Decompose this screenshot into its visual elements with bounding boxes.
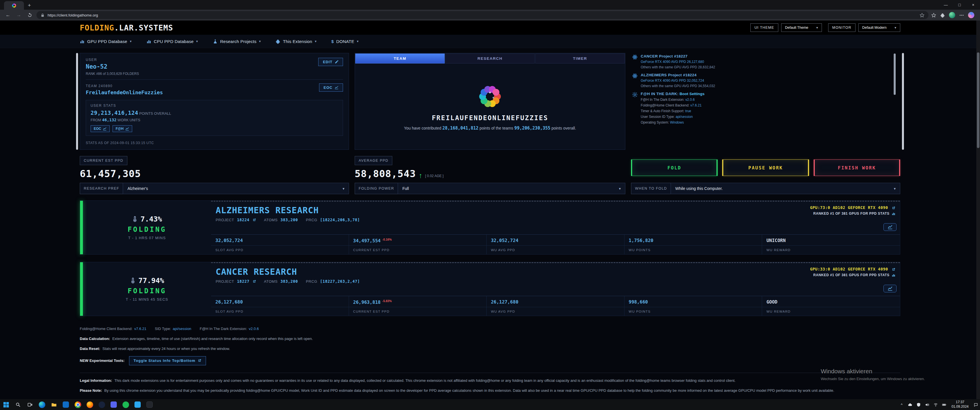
taskbar-steam-icon[interactable] — [96, 399, 108, 410]
flask-icon — [213, 39, 218, 44]
eoc-stats-button[interactable]: EOC — [319, 83, 343, 92]
others-avg-ppd-line: Others with the same GPU AVG PPD 28,632,… — [641, 65, 715, 69]
nav-donate[interactable]: $ DONATE ▾ — [331, 39, 359, 44]
research-pref-select[interactable]: Alzheimer's ▾ — [123, 183, 349, 194]
slot-status-block: 77.94% FOLDING T - 11 MINS 45 SECS — [83, 262, 211, 316]
window-minimize-button[interactable]: — — [939, 0, 953, 10]
copilot-icon[interactable] — [968, 12, 974, 18]
project-title[interactable]: CANCER Project #18227 — [641, 54, 715, 58]
extensions-puzzle-icon[interactable] — [940, 13, 945, 17]
edit-user-button[interactable]: EDIT — [318, 58, 343, 66]
external-link-icon[interactable] — [892, 206, 896, 210]
taskbar-clock[interactable]: 17:37 01.09.2024 — [949, 400, 972, 409]
favorites-star-icon[interactable] — [931, 13, 936, 17]
column-label: WU POINTS — [624, 245, 762, 254]
network-wifi-icon[interactable] — [932, 399, 940, 410]
toggle-status-info-button[interactable]: Toggle Status Info Top/Bottom — [129, 356, 206, 366]
taskbar-vscode-icon[interactable] — [132, 399, 143, 410]
taskbar-file-explorer-icon[interactable] — [48, 399, 60, 410]
ppd-delta: -0.16% — [382, 238, 392, 241]
nav-research-projects[interactable]: Research Projects ▾ — [213, 39, 261, 44]
user-rank: RANK #86 of 3,003,629 FOLDERS — [86, 72, 139, 76]
external-link-icon — [198, 359, 201, 362]
project-title[interactable]: ALZHEIMERS Project #18224 — [641, 73, 715, 77]
window-maximize-button[interactable]: □ — [953, 0, 966, 10]
data-reset-line: Data Reset:Stats will reset approximatel… — [80, 346, 900, 352]
page-scrollbar-thumb[interactable] — [977, 52, 980, 148]
taskbar-search-button[interactable] — [12, 399, 24, 410]
research-card-cancer: 77.94% FOLDING T - 11 MINS 45 SECS CANCE… — [80, 262, 900, 316]
chart-icon — [125, 127, 129, 131]
browser-menu-dots-icon[interactable] — [959, 13, 964, 17]
chevron-down-icon: ▾ — [342, 186, 344, 191]
finish-work-button[interactable]: FINISH WORK — [814, 159, 900, 176]
info-panel-scrollbar[interactable] — [894, 54, 896, 95]
start-button[interactable] — [0, 399, 12, 410]
average-ppd-label: AVERAGE PPD — [355, 156, 392, 165]
pause-work-button[interactable]: PAUSE WORK — [722, 159, 809, 176]
page-scrollbar — [976, 21, 980, 399]
stats-icon[interactable] — [892, 212, 896, 216]
browser-refresh-button[interactable] — [25, 11, 33, 19]
nav-gpu-ppd-database[interactable]: GPU PPD Database ▾ — [80, 39, 132, 44]
taskbar-edge-icon[interactable] — [36, 399, 48, 410]
boot-settings-link[interactable]: Boot Settings — [679, 92, 705, 96]
eoc-user-stats-button[interactable]: EOC — [91, 125, 110, 132]
folding-power-select[interactable]: Full ▾ — [398, 183, 625, 194]
info-item-extension: F@H IN THE DARK: Boot Settings F@H In Th… — [632, 92, 889, 124]
new-tab-button[interactable]: + — [25, 1, 33, 10]
nav-this-extension[interactable]: This Extension ▾ — [275, 39, 317, 44]
task-view-button[interactable] — [24, 399, 36, 410]
info-pair: Timer & Auto Finish Support: true — [641, 109, 705, 113]
fah-user-stats-button[interactable]: F@H — [113, 125, 132, 132]
nav-cpu-ppd-database[interactable]: CPU PPD Database ▾ — [146, 39, 198, 44]
taskbar-chrome-icon[interactable] — [72, 399, 84, 410]
volume-icon[interactable] — [923, 399, 932, 410]
taskbar-discord-icon[interactable] — [108, 399, 120, 410]
ui-theme-value: Default Theme — [785, 25, 808, 30]
gear-icon — [632, 92, 638, 97]
ui-theme-label: UI THEME — [750, 23, 778, 32]
tab-team[interactable]: TEAM — [355, 54, 445, 64]
stats-icon[interactable] — [892, 273, 896, 277]
when-to-fold-select[interactable]: While using this Computer. ▾ — [671, 183, 900, 194]
window-close-button[interactable]: × — [966, 0, 980, 10]
tab-timer[interactable]: TIMER — [535, 54, 625, 64]
action-center-icon[interactable] — [972, 399, 980, 410]
address-bar[interactable]: https://client.foldingathome.org — [37, 11, 928, 19]
browser-tab[interactable] — [4, 1, 24, 10]
prcg-value: [18224,206,3,78] — [320, 218, 360, 222]
research-pref-label: RESEARCH PREF — [80, 183, 123, 194]
project-number-link[interactable]: 18227 — [237, 279, 250, 284]
ppd-chart-button[interactable] — [883, 223, 897, 231]
bookmark-star-icon[interactable] — [920, 13, 924, 17]
browser-forward-button[interactable]: → — [15, 11, 23, 19]
gpu-block: GPU:73:0 AD102 GEFORCE RTX 4090 RANKED #… — [810, 205, 896, 232]
project-number-link[interactable]: 18224 — [237, 218, 250, 222]
battery-icon[interactable] — [940, 399, 949, 410]
lock-icon — [40, 13, 45, 17]
main-nav: GPU PPD Database ▾ CPU PPD Database ▾ Re… — [0, 35, 980, 48]
tray-chevron-up-icon[interactable]: ^ — [897, 399, 906, 410]
ppd-chart-button[interactable] — [883, 285, 897, 292]
onedrive-cloud-icon[interactable] — [906, 399, 915, 410]
taskbar-spotify-icon[interactable] — [120, 399, 132, 410]
fold-button[interactable]: FOLD — [631, 159, 718, 176]
logo-primary: FOLDING — [80, 23, 114, 32]
info-pair: Operating System: Windows — [641, 121, 705, 124]
ui-theme-select[interactable]: Default Theme ▾ — [781, 23, 822, 32]
contribution-line: You have contributed 28,168,041,812 poin… — [404, 126, 576, 131]
tab-research[interactable]: RESEARCH — [445, 54, 535, 64]
browser-profile-avatar[interactable] — [949, 12, 955, 18]
taskbar-firefox-icon[interactable] — [84, 399, 96, 410]
monitor-select[interactable]: Default Modern ▾ — [858, 23, 900, 32]
others-avg-ppd-line: Others with the same GPU AVG PPD 34,554,… — [641, 84, 715, 88]
browser-back-button[interactable]: ← — [4, 11, 12, 19]
chart-icon — [103, 127, 107, 131]
gpu-avg-ppd-line: GeForce RTX 4090 AVG PPD 32,052,724 — [641, 79, 715, 83]
security-shield-icon[interactable] — [915, 399, 923, 410]
external-link-icon[interactable] — [892, 268, 896, 271]
taskbar-store-icon[interactable] — [60, 399, 72, 410]
taskbar-terminal-icon[interactable] — [143, 399, 156, 410]
site-logo[interactable]: FOLDING.LAR.SYSTEMS — [80, 23, 173, 32]
